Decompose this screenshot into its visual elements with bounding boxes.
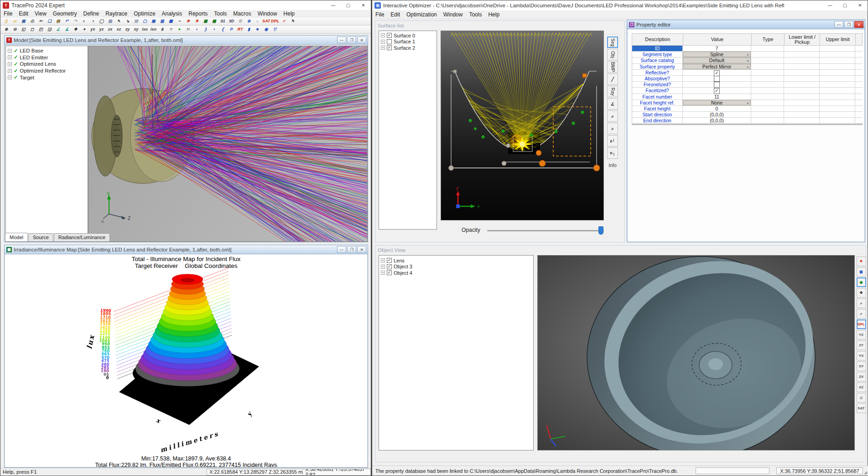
object-checkbox[interactable] bbox=[387, 258, 392, 263]
property-upper-cell[interactable] bbox=[820, 88, 855, 93]
pan-icon[interactable]: ✥ bbox=[72, 26, 79, 33]
property-value[interactable]: 11 bbox=[683, 94, 751, 99]
property-value[interactable]: 7 bbox=[683, 46, 751, 51]
select-edge-icon[interactable]: ↘ bbox=[124, 18, 131, 25]
object-tree-item[interactable]: + Lens bbox=[379, 257, 533, 264]
room-icon[interactable]: ⌂ bbox=[254, 18, 261, 25]
axis-yz-icon[interactable]: Y┐ bbox=[607, 147, 618, 159]
dpl-icon[interactable]: DPL bbox=[857, 319, 866, 329]
property-lower-cell[interactable] bbox=[784, 46, 820, 51]
expander-icon[interactable]: + bbox=[381, 265, 385, 269]
doc-tab[interactable]: Radiance/Luminance bbox=[54, 233, 110, 241]
protractor-icon[interactable]: ∠ bbox=[607, 98, 618, 110]
zoom-window-icon[interactable]: ◱ bbox=[20, 26, 27, 33]
tile-horizontal-icon[interactable]: ▥ bbox=[158, 18, 166, 25]
menu-item[interactable]: Edit bbox=[16, 10, 31, 17]
property-type-cell[interactable] bbox=[751, 82, 784, 87]
block-icon[interactable]: ■ bbox=[254, 26, 261, 33]
annotate-icon[interactable]: ▨ bbox=[106, 18, 114, 25]
property-upper-cell[interactable] bbox=[820, 106, 855, 111]
shaded-view-icon[interactable]: ◐ bbox=[80, 18, 88, 25]
property-upper-cell[interactable] bbox=[820, 70, 855, 75]
property-value[interactable] bbox=[683, 70, 751, 75]
property-description[interactable]: Facetized? bbox=[632, 88, 683, 93]
property-type-cell[interactable] bbox=[751, 46, 784, 51]
cascade-icon[interactable]: ▣ bbox=[150, 18, 157, 25]
property-editor-title-bar[interactable]: ❒ Property editor —❐✕ bbox=[627, 20, 865, 29]
rt-icon[interactable]: RT bbox=[236, 26, 244, 33]
source-icon[interactable]: ✳ bbox=[184, 18, 192, 25]
property-description[interactable]: Surface property bbox=[632, 64, 683, 69]
prism-icon[interactable]: ◗ bbox=[193, 26, 201, 33]
close-button[interactable]: ✕ bbox=[854, 21, 863, 28]
expander-icon[interactable]: + bbox=[8, 75, 12, 79]
surface-checkbox[interactable] bbox=[387, 39, 392, 44]
model-window-title-bar[interactable]: T Model:[Side Emitting LED Lens and Refl… bbox=[5, 36, 368, 45]
object-checkbox[interactable] bbox=[387, 270, 392, 275]
restore-button[interactable]: ❐ bbox=[347, 246, 356, 253]
property-description[interactable]: Start direction bbox=[632, 112, 683, 117]
property-type-cell[interactable] bbox=[751, 88, 784, 93]
property-type-cell[interactable] bbox=[751, 70, 784, 75]
view-yx-icon[interactable]: YX bbox=[857, 351, 866, 361]
property-lower-cell[interactable] bbox=[784, 58, 820, 63]
model-tree-item[interactable]: + ✓ Optimized Reflector bbox=[6, 68, 88, 74]
lens-element-icon[interactable]: ◖ bbox=[210, 26, 218, 33]
menu-item[interactable]: Macros bbox=[230, 10, 254, 17]
property-description[interactable]: Absorptive? bbox=[632, 76, 683, 81]
check-icon[interactable]: ✓ bbox=[280, 18, 288, 25]
grid-icon[interactable]: ▦ bbox=[202, 18, 209, 25]
property-type-cell[interactable] bbox=[751, 52, 784, 57]
property-description[interactable]: Fresnelized? bbox=[632, 82, 683, 87]
view-zy-icon[interactable]: ZY bbox=[857, 340, 866, 350]
expander-icon[interactable]: + bbox=[381, 271, 385, 275]
view3d-icon[interactable]: 3D bbox=[228, 18, 235, 25]
mirror-icon[interactable]: ❭ bbox=[202, 26, 209, 33]
property-value[interactable] bbox=[683, 82, 751, 87]
property-lower-cell[interactable] bbox=[784, 82, 820, 87]
minimize-button[interactable]: — bbox=[326, 0, 341, 10]
paste-icon[interactable]: ▤ bbox=[54, 18, 62, 25]
property-upper-cell[interactable] bbox=[820, 46, 855, 51]
property-upper-cell[interactable] bbox=[820, 76, 855, 81]
property-upper-cell[interactable] bbox=[820, 94, 855, 99]
wireframe-view-icon[interactable]: ◯ bbox=[98, 18, 105, 25]
dimension-icon[interactable]: ∡ bbox=[63, 26, 71, 33]
zoom-window-icon[interactable]: ⌕ bbox=[857, 298, 866, 308]
property-value[interactable]: (0,0,0) bbox=[683, 118, 751, 123]
new-file-icon[interactable]: ▯ bbox=[2, 18, 10, 25]
menu-item[interactable]: Help bbox=[485, 11, 503, 18]
property-description[interactable]: Segment type bbox=[632, 52, 683, 57]
menu-item[interactable]: Help bbox=[280, 10, 298, 17]
expander-icon[interactable]: + bbox=[381, 33, 385, 37]
property-type-cell[interactable] bbox=[751, 118, 784, 123]
view-zx-icon[interactable]: ZX bbox=[857, 372, 866, 382]
expander-icon[interactable]: + bbox=[8, 69, 12, 73]
zoom-out-icon[interactable]: ⊖ bbox=[11, 26, 19, 33]
maximize-button[interactable]: ▢ bbox=[341, 0, 356, 10]
iso-view-icon[interactable]: ◇ bbox=[857, 393, 866, 403]
property-lower-cell[interactable] bbox=[784, 112, 820, 117]
property-description[interactable]: End direction bbox=[632, 118, 683, 123]
property-description[interactable]: ID bbox=[632, 46, 683, 51]
restore-button[interactable]: ❐ bbox=[347, 37, 356, 43]
view-iso-neg-icon[interactable]: iso bbox=[150, 26, 157, 33]
model-tree-item[interactable]: + ✓ Optimized Lens bbox=[6, 61, 88, 68]
zoom-in-icon[interactable]: ⊕ bbox=[2, 26, 10, 33]
object-tree-item[interactable]: + Object 4 bbox=[379, 270, 533, 276]
property-value[interactable] bbox=[683, 76, 751, 81]
property-upper-cell[interactable] bbox=[820, 52, 855, 57]
pan-icon[interactable]: ✥ bbox=[857, 288, 866, 298]
axis-zy-icon[interactable]: z┘ bbox=[607, 135, 618, 146]
undo-icon[interactable]: ↶ bbox=[63, 18, 71, 25]
restore-button[interactable]: ❐ bbox=[844, 21, 853, 28]
view-zy-icon[interactable]: zy bbox=[124, 26, 131, 33]
axis-fork-icon[interactable]: ⋔ bbox=[158, 26, 166, 33]
property-value[interactable] bbox=[683, 88, 751, 93]
property-upper-cell[interactable] bbox=[820, 100, 855, 105]
view-zx-icon[interactable]: zx bbox=[106, 26, 114, 33]
minimize-button[interactable]: — bbox=[337, 37, 346, 43]
property-type-cell[interactable] bbox=[751, 76, 784, 81]
property-lower-cell[interactable] bbox=[784, 76, 820, 81]
menu-item[interactable]: Analysis bbox=[159, 10, 186, 17]
